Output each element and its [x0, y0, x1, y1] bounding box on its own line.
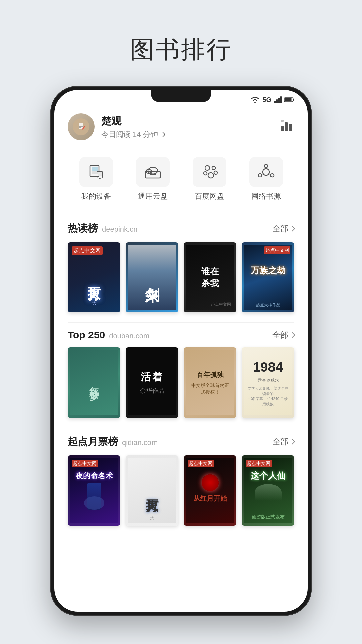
network-icon-box	[249, 157, 283, 187]
svg-point-30	[204, 172, 207, 175]
quick-item-network[interactable]: 网络书源	[249, 157, 283, 201]
svg-point-32	[214, 171, 217, 174]
svg-point-33	[263, 169, 269, 175]
network-label: 网络书源	[251, 191, 281, 201]
svg-point-0	[254, 102, 256, 103]
cloud-icon-box	[136, 157, 170, 187]
svg-point-26	[151, 174, 152, 175]
qidian-title: 起点月票榜	[68, 435, 118, 449]
cloud-label: 通用云盘	[138, 191, 168, 201]
reading-time[interactable]: 今日阅读 14 分钟	[101, 129, 165, 140]
qidian-header: 起点月票榜 qidian.com 全部	[68, 435, 294, 449]
device-icon-box	[79, 157, 113, 187]
svg-rect-6	[285, 98, 292, 101]
profile-name: 楚观	[101, 114, 165, 128]
qidian-source: qidian.com	[122, 438, 158, 447]
hot-reading-title-group: 热读榜 deepink.cn	[68, 222, 137, 235]
quick-item-cloud[interactable]: 通用云盘	[136, 157, 170, 201]
top250-title: Top 250	[68, 329, 105, 341]
qidian-more[interactable]: 全部	[272, 436, 294, 447]
svg-rect-12	[281, 126, 284, 131]
top250-books: 红楼梦 活着 余华作品	[68, 347, 294, 418]
qidian-books: 起点中文网 夜的命名术 打更人 大	[68, 455, 294, 526]
svg-point-31	[208, 173, 214, 178]
book-item-6[interactable]: 活着 余华作品	[126, 347, 178, 418]
profile-left: 楚观 今日阅读 14 分钟	[68, 113, 165, 140]
svg-rect-20	[98, 172, 102, 176]
5g-label: 5G	[262, 96, 272, 104]
svg-rect-3	[278, 98, 280, 103]
book-item-3[interactable]: 谁在杀我 起点中文网	[184, 242, 236, 312]
hot-reading-source: deepink.cn	[102, 225, 137, 234]
wifi-icon	[250, 96, 260, 103]
stats-button[interactable]	[280, 119, 294, 135]
top250-chevron	[290, 332, 295, 338]
svg-point-27	[154, 174, 155, 175]
divider-1	[68, 215, 294, 215]
baidu-label: 百度网盘	[195, 191, 224, 201]
phone-notch	[151, 90, 211, 102]
book-item-10[interactable]: 打更人 大	[126, 455, 178, 526]
hot-reading-header: 热读榜 deepink.cn 全部	[68, 222, 294, 235]
quick-item-baidu[interactable]: 百度网盘	[193, 157, 226, 201]
svg-rect-4	[280, 96, 282, 103]
my-device-icon	[87, 163, 105, 181]
svg-point-28	[205, 166, 210, 170]
quick-item-device[interactable]: 我的设备	[79, 157, 113, 201]
hot-reading-books: 起点中文网 打更人 大 剑来	[68, 242, 294, 312]
screen-content: 楚观 今日阅读 14 分钟	[54, 107, 308, 612]
divider-2	[68, 322, 294, 323]
top250-more[interactable]: 全部	[272, 330, 294, 340]
top250-title-group: Top 250 douban.com	[68, 329, 149, 341]
book-item-1[interactable]: 起点中文网 打更人 大	[68, 242, 120, 312]
page-title: 图书排行	[130, 34, 232, 66]
book-item-2[interactable]: 剑来	[126, 242, 178, 312]
avatar[interactable]	[68, 113, 95, 140]
chevron-right-icon	[161, 132, 165, 137]
svg-rect-14	[289, 124, 292, 131]
svg-point-34	[264, 164, 268, 168]
svg-rect-18	[92, 167, 98, 171]
hot-reading-more[interactable]: 全部	[272, 223, 294, 234]
quick-access: 我的设备 通用云盘	[68, 150, 294, 211]
hot-reading-chevron	[290, 226, 295, 231]
network-source-icon	[257, 163, 275, 181]
svg-rect-1	[274, 101, 276, 103]
svg-point-36	[258, 174, 262, 177]
phone-screen: 5G	[54, 90, 308, 612]
book-item-9[interactable]: 起点中文网 夜的命名术	[68, 455, 120, 526]
svg-point-35	[270, 174, 274, 177]
book-item-12[interactable]: 起点中文网 这个人仙 仙游版正式发布	[242, 455, 294, 526]
avatar-image	[68, 113, 95, 140]
svg-point-29	[212, 166, 215, 170]
svg-rect-2	[276, 99, 278, 103]
qidian-title-group: 起点月票榜 qidian.com	[68, 435, 158, 449]
book-item-5[interactable]: 红楼梦	[68, 347, 120, 418]
baidu-icon-box	[193, 157, 226, 187]
battery-icon	[284, 97, 294, 102]
profile-section: 楚观 今日阅读 14 分钟	[68, 107, 294, 150]
qidian-chevron	[290, 439, 295, 445]
top250-header: Top 250 douban.com 全部	[68, 329, 294, 341]
book-item-11[interactable]: 起点中文网 从红月开始	[184, 455, 236, 526]
book-item-8[interactable]: 1984 乔治·奥威尔 文学大师界说，塑造全球读者的书名字幕，414240 目录…	[242, 347, 294, 418]
book-item-7[interactable]: 百年孤独 中文版全球首次正式授权！	[184, 347, 236, 418]
signal-icon	[274, 96, 282, 103]
profile-info: 楚观 今日阅读 14 分钟	[101, 114, 165, 140]
book-item-4[interactable]: 起点中文网 万族之劫 起点大神作品	[242, 242, 294, 312]
top250-source: douban.com	[109, 332, 149, 340]
baidu-cloud-icon	[201, 163, 218, 181]
chart-icon	[280, 119, 294, 132]
status-icons: 5G	[250, 96, 294, 104]
hot-reading-title: 热读榜	[68, 222, 98, 235]
cloud-drive-icon	[144, 165, 162, 179]
svg-rect-13	[285, 122, 288, 131]
divider-3	[68, 428, 294, 428]
phone-frame: 5G	[50, 86, 312, 616]
svg-rect-15	[281, 120, 284, 122]
device-label: 我的设备	[81, 191, 111, 201]
